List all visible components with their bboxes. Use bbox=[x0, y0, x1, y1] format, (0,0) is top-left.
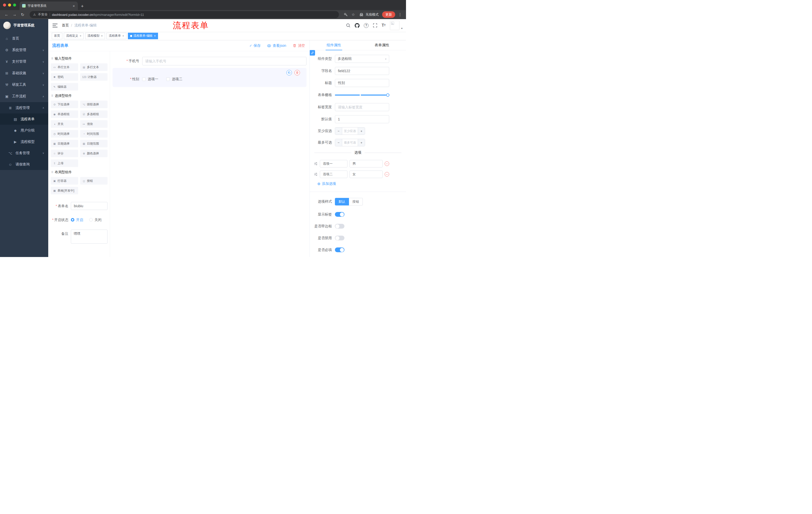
browser-menu-icon[interactable]: ⋮ bbox=[396, 12, 403, 17]
reload-button[interactable]: ↻ bbox=[19, 11, 26, 18]
with-border-toggle[interactable] bbox=[335, 224, 344, 228]
tag-process-form[interactable]: 流程表单× bbox=[107, 33, 126, 39]
sidebar-item-home[interactable]: ⌂ 首页 bbox=[0, 33, 48, 44]
palette-item-upload[interactable]: ⇧上传 bbox=[51, 159, 78, 167]
help-icon[interactable]: ? bbox=[364, 23, 369, 28]
fullscreen-icon[interactable] bbox=[373, 23, 377, 28]
remove-option-button[interactable]: − bbox=[385, 172, 389, 177]
app-logo[interactable]: 芋道管理系统 bbox=[0, 19, 48, 32]
address-bar[interactable]: ⚠ 不安全 dashboard.yudao.iocoder.cn/bpm/man… bbox=[30, 11, 339, 18]
view-json-button[interactable]: 查看json bbox=[267, 44, 286, 48]
field-name-input[interactable] bbox=[335, 67, 389, 75]
forward-button[interactable]: → bbox=[11, 11, 18, 18]
delete-widget-button[interactable] bbox=[294, 70, 300, 76]
tag-process-model[interactable]: 流程模型× bbox=[85, 33, 105, 39]
tag-home[interactable]: 首页 bbox=[52, 33, 62, 39]
tab-component-properties[interactable]: 组件属性 bbox=[310, 40, 358, 50]
sidebar-item-process-form[interactable]: ▤ 流程表单 bbox=[0, 113, 48, 125]
palette-item-cascader[interactable]: ⌥级联选择 bbox=[80, 101, 108, 108]
page-url[interactable]: dashboard.yudao.iocoder.cn/bpm/manager/f… bbox=[52, 13, 144, 17]
checkbox-option-1[interactable]: 选项一 bbox=[142, 77, 158, 81]
back-button[interactable]: ← bbox=[3, 11, 10, 18]
min-select-value[interactable]: 至少应选 bbox=[342, 128, 358, 135]
sidebar-item-dev-tools[interactable]: ⚒ 研发工具 ∨ bbox=[0, 79, 48, 90]
form-name-input[interactable] bbox=[71, 202, 108, 210]
avatar-caret-icon[interactable]: ▾ bbox=[401, 27, 403, 30]
breadcrumb-home[interactable]: 首页 bbox=[62, 23, 69, 28]
status-radio-open[interactable]: 开启 bbox=[71, 216, 83, 224]
window-zoom-button[interactable] bbox=[13, 3, 16, 6]
form-grid-slider[interactable] bbox=[335, 91, 389, 99]
sidebar-item-process-management[interactable]: ≣ 流程管理 ∧ bbox=[0, 102, 48, 113]
close-icon[interactable]: × bbox=[101, 34, 103, 37]
required-toggle[interactable] bbox=[335, 247, 344, 252]
palette-item-radio-group[interactable]: ◉单选框组 bbox=[51, 110, 78, 118]
palette-item-counter[interactable]: 123计数器 bbox=[80, 73, 108, 81]
new-tab-button[interactable]: + bbox=[81, 4, 84, 8]
palette-item-date-range[interactable]: ▧日期范围 bbox=[80, 140, 108, 147]
palette-item-slider[interactable]: ↦滑块 bbox=[80, 120, 108, 128]
copy-widget-button[interactable] bbox=[286, 70, 292, 76]
sidebar-item-process-model[interactable]: ▶ 流程模型 bbox=[0, 136, 48, 147]
min-select-stepper[interactable]: − 至少应选 + bbox=[335, 127, 365, 135]
plus-button[interactable]: + bbox=[358, 139, 365, 146]
bookmark-star-icon[interactable]: ☆ bbox=[350, 11, 356, 18]
clear-button[interactable]: 清空 bbox=[293, 44, 305, 48]
avatar[interactable] bbox=[390, 21, 400, 30]
sidebar-item-payment-management[interactable]: ¥ 支付管理 ∨ bbox=[0, 56, 48, 67]
palette-item-editor[interactable]: ✎编辑器 bbox=[51, 83, 78, 90]
tab-close-icon[interactable]: × bbox=[72, 4, 76, 8]
tag-process-form-edit[interactable]: 流程表单-编辑× bbox=[128, 33, 158, 39]
palette-item-password[interactable]: ✱密码 bbox=[51, 73, 78, 81]
palette-item-select[interactable]: ⊙下拉选择 bbox=[51, 101, 78, 108]
slider-handle[interactable] bbox=[386, 93, 389, 97]
style-button-button[interactable]: 按钮 bbox=[349, 198, 363, 206]
option-value-input[interactable] bbox=[349, 170, 383, 178]
plus-button[interactable]: + bbox=[358, 128, 365, 135]
sidebar-item-system-management[interactable]: ⚙ 系统管理 ∨ bbox=[0, 44, 48, 56]
sidebar-item-user-groups[interactable]: ☻ 用户分组 bbox=[0, 125, 48, 136]
max-select-stepper[interactable]: − 最多可选 + bbox=[335, 139, 365, 146]
sidebar-item-workflow[interactable]: ▣ 工作流程 ∧ bbox=[0, 90, 48, 102]
font-size-icon[interactable]: TT bbox=[382, 23, 386, 27]
palette-item-checkbox-group[interactable]: ☑多选框组 bbox=[80, 110, 108, 118]
form-canvas[interactable]: *手机号 bbox=[110, 51, 310, 257]
palette-item-multiline-text[interactable]: ▤多行文本 bbox=[80, 63, 108, 71]
slider-track[interactable] bbox=[335, 94, 388, 96]
palette-item-switch[interactable]: ◑开关 bbox=[51, 120, 78, 128]
password-key-icon[interactable] bbox=[343, 11, 349, 18]
close-icon[interactable]: × bbox=[154, 34, 156, 37]
link-icon[interactable] bbox=[310, 50, 315, 56]
sidebar-item-task-management[interactable]: ⌥ 任务管理 ∨ bbox=[0, 147, 48, 159]
window-close-button[interactable] bbox=[3, 3, 6, 6]
palette-item-date-picker[interactable]: ▦日期选择 bbox=[51, 140, 78, 147]
palette-item-rate[interactable]: ☆评分 bbox=[51, 150, 78, 157]
security-label[interactable]: 不安全 bbox=[38, 12, 48, 17]
palette-item-color-picker[interactable]: ⊛颜色选择 bbox=[80, 150, 108, 157]
label-width-input[interactable] bbox=[335, 103, 389, 111]
max-select-value[interactable]: 最多可选 bbox=[342, 139, 358, 146]
github-icon[interactable] bbox=[355, 23, 359, 28]
style-default-button[interactable]: 默认 bbox=[335, 198, 349, 206]
minus-button[interactable]: − bbox=[335, 139, 342, 146]
status-radio-closed[interactable]: 关闭 bbox=[89, 216, 102, 224]
sidebar-item-leave-query[interactable]: ☺ 请假查询 bbox=[0, 159, 48, 170]
disabled-toggle[interactable] bbox=[335, 236, 344, 240]
show-label-toggle[interactable] bbox=[335, 212, 344, 217]
palette-item-table[interactable]: ▩表格[开发中] bbox=[51, 187, 78, 194]
window-minimize-button[interactable] bbox=[8, 3, 11, 6]
canvas-field-phone[interactable]: *手机号 bbox=[113, 57, 307, 65]
option-label-input[interactable] bbox=[320, 160, 347, 167]
sidebar-item-infrastructure[interactable]: ⊞ 基础设施 ∨ bbox=[0, 67, 48, 79]
drag-handle-icon[interactable] bbox=[314, 162, 318, 166]
save-button[interactable]: ✓保存 bbox=[249, 44, 261, 48]
palette-item-button[interactable]: ◻按钮 bbox=[80, 177, 108, 185]
palette-item-single-line-text[interactable]: ▭单行文本 bbox=[51, 63, 78, 71]
tab-form-properties[interactable]: 表单属性 bbox=[358, 40, 406, 50]
browser-tab[interactable]: 芋道管理系统 × bbox=[20, 1, 78, 10]
minus-button[interactable]: − bbox=[335, 128, 342, 135]
option-value-input[interactable] bbox=[349, 160, 383, 167]
search-icon[interactable] bbox=[346, 23, 350, 28]
palette-item-time-range[interactable]: ◔时间范围 bbox=[80, 130, 108, 138]
close-icon[interactable]: × bbox=[79, 34, 81, 37]
